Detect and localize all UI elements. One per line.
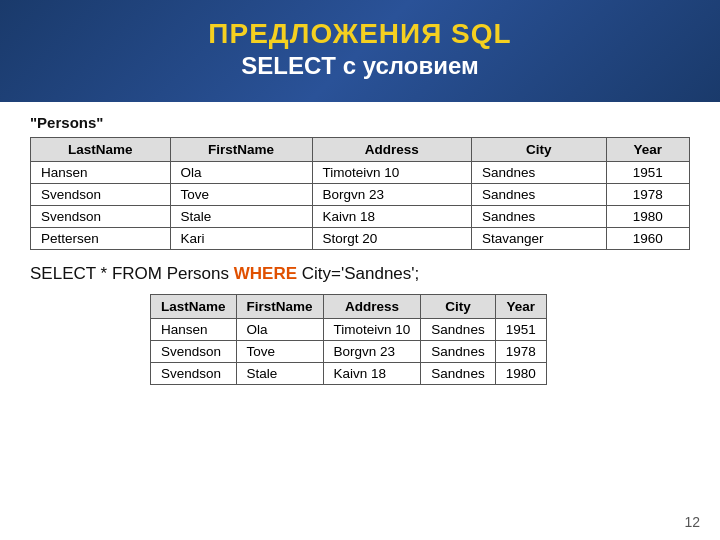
persons-table-header: LastNameFirstNameAddressCityYear [31, 138, 690, 162]
table-cell: 1980 [495, 363, 546, 385]
table-cell: Sandnes [472, 162, 607, 184]
table-row: SvendsonToveBorgvn 23Sandnes1978 [151, 341, 547, 363]
table-cell: Stavanger [472, 228, 607, 250]
table-cell: Sandnes [472, 184, 607, 206]
table-cell: Sandnes [421, 319, 495, 341]
table-row: SvendsonStaleKaivn 18Sandnes1980 [31, 206, 690, 228]
sql-where-keyword: WHERE [234, 264, 297, 283]
table-cell: Sandnes [472, 206, 607, 228]
table-row: SvendsonToveBorgvn 23Sandnes1978 [31, 184, 690, 206]
header-subtitle: SELECT с условием [20, 52, 700, 80]
table-cell: 1978 [495, 341, 546, 363]
table-cell: 1978 [606, 184, 689, 206]
table-cell: Sandnes [421, 363, 495, 385]
table-cell: Kaivn 18 [312, 206, 472, 228]
column-header: Year [606, 138, 689, 162]
table-cell: Tove [170, 184, 312, 206]
column-header: City [421, 295, 495, 319]
table-cell: Ola [170, 162, 312, 184]
table-row: HansenOlaTimoteivn 10Sandnes1951 [31, 162, 690, 184]
result-table-header: LastNameFirstNameAddressCityYear [151, 295, 547, 319]
table-cell: Svendson [151, 341, 237, 363]
table-cell: Timoteivn 10 [312, 162, 472, 184]
table-label: "Persons" [30, 114, 690, 131]
table-cell: Borgvn 23 [323, 341, 421, 363]
result-table: LastNameFirstNameAddressCityYear HansenO… [150, 294, 547, 385]
column-header: Address [312, 138, 472, 162]
table-cell: Timoteivn 10 [323, 319, 421, 341]
header-title: ПРЕДЛОЖЕНИЯ SQL [20, 18, 700, 50]
column-header: Address [323, 295, 421, 319]
table-cell: Ola [236, 319, 323, 341]
table-row: HansenOlaTimoteivn 10Sandnes1951 [151, 319, 547, 341]
table-cell: Pettersen [31, 228, 171, 250]
table-cell: Stale [170, 206, 312, 228]
table-cell: Stale [236, 363, 323, 385]
table-cell: Hansen [151, 319, 237, 341]
table-cell: 1980 [606, 206, 689, 228]
table-row: SvendsonStaleKaivn 18Sandnes1980 [151, 363, 547, 385]
sql-prefix: SELECT * FROM Persons [30, 264, 234, 283]
column-header: FirstName [170, 138, 312, 162]
persons-table: LastNameFirstNameAddressCityYear HansenO… [30, 137, 690, 250]
column-header: Year [495, 295, 546, 319]
table-cell: Kaivn 18 [323, 363, 421, 385]
slide-content: "Persons" LastNameFirstNameAddressCityYe… [0, 102, 720, 395]
table-cell: Hansen [31, 162, 171, 184]
table-cell: Svendson [151, 363, 237, 385]
table-cell: 1960 [606, 228, 689, 250]
table-cell: Kari [170, 228, 312, 250]
column-header: FirstName [236, 295, 323, 319]
table-cell: Sandnes [421, 341, 495, 363]
table-cell: Svendson [31, 206, 171, 228]
table-cell: Storgt 20 [312, 228, 472, 250]
column-header: LastName [151, 295, 237, 319]
table-row: PettersenKariStorgt 20Stavanger1960 [31, 228, 690, 250]
table-cell: Tove [236, 341, 323, 363]
table-cell: Svendson [31, 184, 171, 206]
table-cell: 1951 [495, 319, 546, 341]
slide-header: ПРЕДЛОЖЕНИЯ SQL SELECT с условием [0, 0, 720, 102]
sql-suffix: City='Sandnes'; [297, 264, 419, 283]
column-header: LastName [31, 138, 171, 162]
column-header: City [472, 138, 607, 162]
sql-query: SELECT * FROM Persons WHERE City='Sandne… [30, 264, 690, 284]
table-cell: Borgvn 23 [312, 184, 472, 206]
table-cell: 1951 [606, 162, 689, 184]
slide-number: 12 [684, 514, 700, 530]
